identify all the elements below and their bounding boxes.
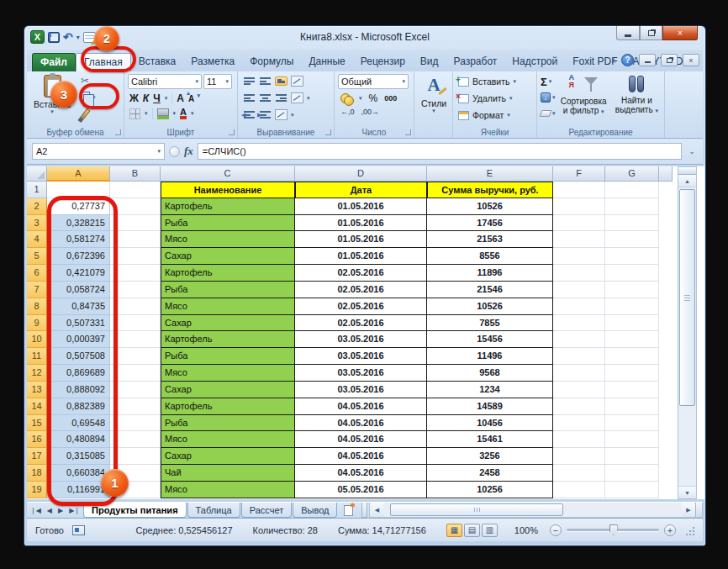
scroll-down-icon[interactable]: ▼ xyxy=(678,486,696,498)
fill-color-icon[interactable] xyxy=(157,108,169,116)
row-header-6[interactable]: 6 xyxy=(27,265,47,282)
cell-F4[interactable] xyxy=(553,231,605,248)
delete-cells-button[interactable]: × Удалить ▾ xyxy=(456,91,534,106)
cell-F6[interactable] xyxy=(553,265,605,282)
cell-D5[interactable]: 01.05.2016 xyxy=(295,248,427,265)
ribbon-tab-разметка[interactable]: Разметка xyxy=(183,53,242,71)
increase-decimal-icon[interactable]: ←,0 xyxy=(340,108,355,116)
row-header-10[interactable]: 10 xyxy=(27,331,47,348)
cell-B4[interactable] xyxy=(110,231,161,248)
align-middle-icon[interactable] xyxy=(259,76,272,86)
borders-icon[interactable] xyxy=(129,108,140,119)
cell-F16[interactable] xyxy=(553,431,605,448)
cell-B6[interactable] xyxy=(110,265,161,282)
italic-button[interactable]: К xyxy=(143,92,149,104)
cell-B8[interactable] xyxy=(110,298,161,315)
cell-A1[interactable] xyxy=(47,182,110,198)
cell-F5[interactable] xyxy=(553,248,605,265)
styles-icon[interactable]: А xyxy=(427,74,440,96)
column-header-D[interactable]: D xyxy=(295,166,427,182)
cell-E12[interactable]: 9568 xyxy=(427,365,553,382)
cell-E17[interactable]: 3256 xyxy=(427,448,553,465)
styles-caret-icon[interactable]: ▾ xyxy=(418,108,450,113)
cell-G12[interactable] xyxy=(605,365,659,382)
cell-A4[interactable]: 0,581274 xyxy=(47,231,110,248)
cell-E1[interactable]: Сумма выручки, руб. xyxy=(427,182,553,198)
decrease-decimal-icon[interactable]: ,00→ xyxy=(361,108,380,116)
cell-E10[interactable]: 15456 xyxy=(427,331,553,348)
cell-G9[interactable] xyxy=(605,315,659,332)
cell-A17[interactable]: 0,315085 xyxy=(47,448,110,465)
cell-D7[interactable]: 02.05.2016 xyxy=(295,282,427,298)
scroll-left-icon[interactable]: ◀ xyxy=(370,503,383,517)
cell-G18[interactable] xyxy=(605,465,659,482)
alignment-dialog-launcher[interactable] xyxy=(325,129,331,135)
underline-caret-icon[interactable]: ▾ xyxy=(165,96,168,101)
cell-F15[interactable] xyxy=(553,415,605,432)
cell-A10[interactable]: 0,000397 xyxy=(47,331,110,348)
row-header-3[interactable]: 3 xyxy=(27,215,47,232)
row-header-18[interactable]: 18 xyxy=(27,465,47,482)
cell-A7[interactable]: 0,058724 xyxy=(47,282,110,298)
cell-G3[interactable] xyxy=(605,215,659,232)
cell-E18[interactable]: 2458 xyxy=(427,465,553,482)
scroll-right-icon[interactable]: ▶ xyxy=(682,503,695,517)
cell-E6[interactable]: 11896 xyxy=(427,265,553,282)
collapse-ribbon-icon[interactable]: ∧ xyxy=(610,56,616,65)
insert-function-button[interactable] xyxy=(169,146,180,157)
cell-F10[interactable] xyxy=(553,331,605,348)
cell-B14[interactable] xyxy=(110,398,161,415)
column-header-B[interactable]: B xyxy=(110,166,161,182)
column-header-E[interactable]: E xyxy=(427,166,553,182)
cell-G11[interactable] xyxy=(605,348,659,365)
font-name-select[interactable]: Calibri▾ xyxy=(128,74,202,89)
cell-C5[interactable]: Сахар xyxy=(161,248,295,265)
cell-D8[interactable]: 02.05.2016 xyxy=(295,298,427,315)
cell-D1[interactable]: Дата xyxy=(295,182,427,198)
cell-E8[interactable]: 10526 xyxy=(427,298,553,315)
font-dialog-launcher[interactable] xyxy=(229,129,235,135)
cell-D14[interactable]: 04.05.2016 xyxy=(295,398,427,415)
cell-F11[interactable] xyxy=(553,348,605,365)
cell-D16[interactable]: 04.05.2016 xyxy=(295,431,427,448)
fill-button[interactable]: ↓ ▾ xyxy=(541,91,556,104)
cell-A15[interactable]: 0,69548 xyxy=(47,415,110,432)
close-button[interactable]: × xyxy=(662,26,698,40)
cell-E11[interactable]: 11496 xyxy=(427,348,553,365)
tab-splitter[interactable] xyxy=(361,503,367,518)
cell-C13[interactable]: Сахар xyxy=(161,382,295,398)
currency-icon[interactable] xyxy=(340,93,352,104)
column-header-F[interactable]: F xyxy=(553,166,605,182)
row-header-9[interactable]: 9 xyxy=(27,315,47,332)
cell-C12[interactable]: Мясо xyxy=(161,365,295,382)
cell-C16[interactable]: Мясо xyxy=(161,431,295,448)
excel-logo-icon[interactable]: X xyxy=(30,30,45,44)
horizontal-scroll-thumb[interactable] xyxy=(390,503,563,516)
merge-caret-icon[interactable]: ▾ xyxy=(307,96,310,101)
cell-B1[interactable] xyxy=(110,182,161,198)
percent-style-button[interactable]: % xyxy=(369,92,378,104)
cell-B12[interactable] xyxy=(110,365,161,382)
vertical-scrollbar[interactable]: ▲ ▼ xyxy=(678,166,697,499)
font-color-icon[interactable]: А xyxy=(180,108,187,119)
cell-E2[interactable]: 10526 xyxy=(427,198,553,215)
cell-D10[interactable]: 03.05.2016 xyxy=(295,331,427,348)
cell-D13[interactable]: 03.05.2016 xyxy=(295,382,427,398)
cell-E19[interactable]: 10256 xyxy=(427,482,553,498)
align-right-icon[interactable] xyxy=(275,93,288,103)
ribbon-tab-главная[interactable]: Главная xyxy=(76,53,131,71)
row-header-14[interactable]: 14 xyxy=(27,398,47,415)
align-center-icon[interactable] xyxy=(259,93,272,103)
insert-cells-button[interactable]: + Вставить ▾ xyxy=(456,74,534,89)
cell-E9[interactable]: 7855 xyxy=(427,315,553,332)
cell-A13[interactable]: 0,888092 xyxy=(47,382,110,398)
cell-G16[interactable] xyxy=(605,431,659,448)
cell-D11[interactable]: 03.05.2016 xyxy=(295,348,427,365)
find-select-button[interactable]: Найти и выделить ▾ xyxy=(612,74,662,126)
sheet-tab-вывод[interactable]: Вывод xyxy=(293,503,337,518)
cell-B11[interactable] xyxy=(110,348,161,365)
sheet-tab-продукты-питания[interactable]: Продукты питания xyxy=(83,503,187,518)
resize-grip[interactable] xyxy=(684,525,694,535)
zoom-in-button[interactable]: + xyxy=(664,524,676,536)
cell-B19[interactable] xyxy=(110,482,161,498)
